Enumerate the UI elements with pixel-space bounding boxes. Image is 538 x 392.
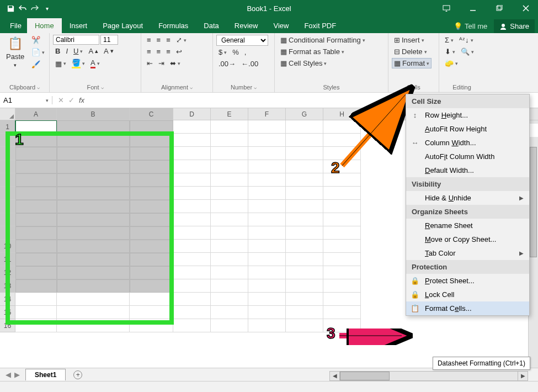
cell[interactable]	[173, 240, 211, 253]
cell[interactable]	[15, 293, 57, 306]
close-icon[interactable]	[517, 2, 535, 14]
cell[interactable]	[323, 293, 361, 306]
cell[interactable]	[248, 240, 286, 253]
menu-default-width[interactable]: Default Width...	[406, 163, 529, 177]
row-header[interactable]: 10	[0, 240, 15, 253]
cell[interactable]	[286, 134, 323, 147]
col-header-f[interactable]: F	[248, 108, 286, 120]
align-left-icon[interactable]: ≡	[145, 46, 153, 57]
cell[interactable]	[173, 319, 211, 332]
cell[interactable]	[173, 253, 211, 266]
increase-decimal-icon[interactable]: .00→	[216, 59, 238, 69]
cell[interactable]	[15, 173, 57, 187]
align-center-icon[interactable]: ≡	[155, 46, 163, 57]
merge-icon[interactable]: ⬌▾	[168, 58, 183, 68]
next-sheet-icon[interactable]: ▶	[14, 370, 20, 379]
cell[interactable]	[323, 240, 361, 253]
cell[interactable]	[248, 319, 286, 332]
font-color-icon[interactable]: A▾	[88, 57, 102, 70]
bold-button[interactable]: B	[53, 46, 62, 56]
cell[interactable]	[57, 213, 130, 226]
conditional-formatting-button[interactable]: ▦ Conditional Formatting▾	[278, 35, 367, 45]
cell[interactable]	[323, 266, 361, 279]
sheet-tab[interactable]: Sheet1	[25, 369, 66, 380]
decrease-decimal-icon[interactable]: ←.00	[239, 59, 260, 69]
find-icon[interactable]: 🔍▾	[459, 46, 476, 57]
cell[interactable]	[15, 226, 57, 240]
cell[interactable]	[323, 173, 361, 187]
cell[interactable]	[211, 240, 248, 253]
row-header[interactable]: 9	[0, 226, 15, 240]
cell[interactable]	[130, 200, 173, 213]
cell[interactable]	[211, 134, 248, 147]
align-right-icon[interactable]: ≡	[164, 46, 173, 57]
cell[interactable]	[173, 266, 211, 279]
cell[interactable]	[211, 306, 248, 319]
grow-font-icon[interactable]: A▴	[86, 46, 100, 56]
cells-insert-button[interactable]: ⊞ Insert ▾	[392, 35, 427, 45]
cell-styles-button[interactable]: ▦ Cell Styles▾	[278, 58, 329, 68]
cell[interactable]	[130, 120, 173, 134]
tab-home[interactable]: Home	[27, 18, 62, 33]
col-header-a[interactable]: A	[15, 108, 57, 120]
cell[interactable]	[211, 160, 248, 173]
cell[interactable]	[15, 200, 57, 213]
shrink-font-icon[interactable]: A▾	[102, 46, 116, 56]
col-header-b[interactable]: B	[57, 108, 130, 120]
format-painter-icon[interactable]: 🖌️	[29, 59, 47, 70]
row-header[interactable]: 6	[0, 187, 15, 200]
cell[interactable]	[57, 147, 130, 160]
maximize-icon[interactable]	[491, 2, 508, 14]
cell[interactable]	[286, 213, 323, 226]
format-as-table-button[interactable]: ▦ Format as Table▾	[278, 46, 347, 57]
align-bottom-icon[interactable]: ≡	[164, 35, 173, 45]
tab-file[interactable]: File	[4, 18, 27, 33]
qat-dropdown-icon[interactable]: ▾	[42, 2, 52, 14]
cell[interactable]	[173, 134, 211, 147]
menu-protect-sheet[interactable]: 🔒Protect Sheet...	[406, 274, 529, 288]
row-header[interactable]: 3	[0, 147, 15, 160]
cell[interactable]	[211, 213, 248, 226]
tab-insert[interactable]: Insert	[62, 18, 95, 33]
cell[interactable]	[173, 187, 211, 200]
tab-formulas[interactable]: Formulas	[151, 18, 196, 33]
cell[interactable]	[173, 200, 211, 213]
cell[interactable]	[15, 319, 57, 332]
cell[interactable]	[323, 147, 361, 160]
italic-button[interactable]: I	[63, 46, 70, 56]
cell[interactable]	[248, 306, 286, 319]
cell[interactable]	[323, 120, 361, 134]
col-header-c[interactable]: C	[130, 108, 173, 120]
cell[interactable]	[211, 147, 248, 160]
cut-icon[interactable]: ✂️	[29, 35, 47, 45]
clear-icon[interactable]: 🧽▾	[443, 58, 460, 68]
col-header-d[interactable]: D	[173, 108, 211, 120]
cell[interactable]	[130, 253, 173, 266]
font-name[interactable]	[53, 35, 99, 45]
cell[interactable]	[248, 253, 286, 266]
decrease-indent-icon[interactable]: ⇤	[145, 58, 155, 68]
border-icon[interactable]: ▦▾	[53, 59, 68, 69]
cell[interactable]	[130, 319, 173, 332]
cell[interactable]	[130, 306, 173, 319]
cell[interactable]	[15, 266, 57, 279]
row-header[interactable]: 14	[0, 293, 15, 306]
cell[interactable]	[173, 120, 211, 134]
menu-autofit-row[interactable]: AutoFit Row Height	[406, 122, 529, 136]
cell[interactable]	[130, 226, 173, 240]
align-middle-icon[interactable]: ≡	[155, 35, 163, 45]
cell[interactable]	[173, 160, 211, 173]
cell[interactable]	[130, 160, 173, 173]
cell[interactable]	[286, 266, 323, 279]
ribbon-options-icon[interactable]	[438, 2, 455, 14]
cell[interactable]	[286, 319, 323, 332]
cell[interactable]	[57, 160, 130, 173]
cell[interactable]	[286, 160, 323, 173]
menu-lock-cell[interactable]: 🔒Lock Cell	[406, 288, 529, 301]
cell[interactable]	[173, 213, 211, 226]
cell[interactable]	[15, 187, 57, 200]
save-icon[interactable]	[6, 2, 15, 14]
cell[interactable]	[323, 226, 361, 240]
cell[interactable]	[211, 173, 248, 187]
cell[interactable]	[286, 120, 323, 134]
